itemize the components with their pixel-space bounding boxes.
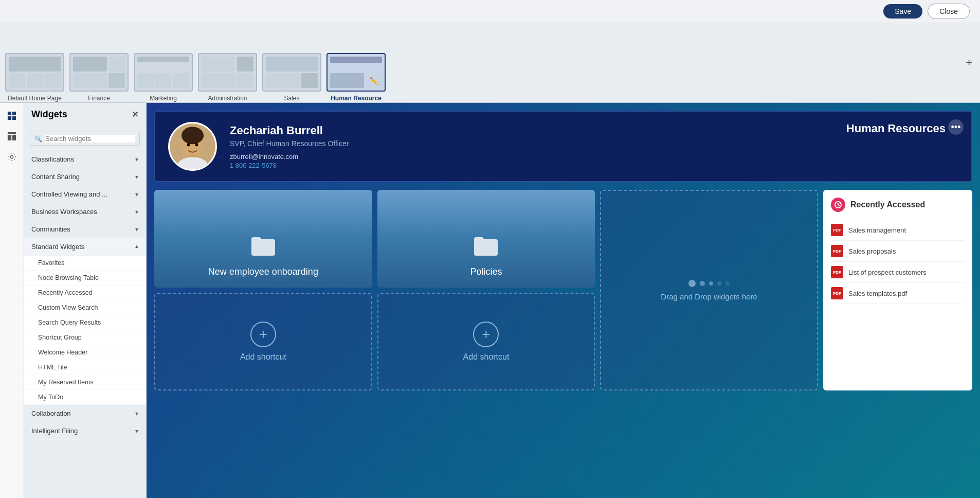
search-input[interactable] bbox=[45, 135, 135, 143]
tab-thumbnail-sales bbox=[262, 53, 321, 92]
spinner-dots bbox=[688, 280, 730, 287]
category-standard-widgets-label: Standard Widgets bbox=[31, 243, 84, 251]
profile-name: Zechariah Burrell bbox=[230, 124, 349, 137]
sub-item-favorites[interactable]: Favorites bbox=[24, 256, 146, 271]
sidebar-header: Widgets ✕ bbox=[24, 103, 146, 127]
recent-item-3[interactable]: PDF Sales templates.pdf bbox=[831, 283, 965, 304]
shortcut-new-employee-onboarding[interactable]: New employee onboarding bbox=[154, 190, 372, 288]
category-collaboration[interactable]: Collaboration ▾ bbox=[24, 405, 146, 422]
search-box[interactable]: 🔍 bbox=[30, 132, 140, 146]
pdf-icon-3: PDF bbox=[831, 287, 843, 299]
tab-sales[interactable]: Sales bbox=[262, 53, 321, 102]
tab-thumbnail-default bbox=[5, 53, 64, 92]
recent-item-0[interactable]: PDF Sales management bbox=[831, 220, 965, 241]
svg-rect-2 bbox=[7, 116, 11, 120]
category-communities-label: Communities bbox=[31, 225, 70, 233]
tab-thumbnail-finance bbox=[69, 53, 129, 92]
add-shortcut-circle-1: + bbox=[250, 322, 276, 347]
recently-accessed-header: Recently Accessed bbox=[831, 198, 965, 212]
chevron-up-icon: ▾ bbox=[135, 243, 138, 251]
tab-thumbnail-administration bbox=[198, 53, 257, 92]
sub-item-search-query-results[interactable]: Search Query Results bbox=[24, 315, 146, 330]
sub-item-custom-view-search[interactable]: Custom View Search bbox=[24, 300, 146, 315]
sub-item-shortcut-group[interactable]: Shortcut Group bbox=[24, 330, 146, 345]
add-tab-button[interactable]: + bbox=[966, 56, 972, 69]
category-intelligent-filing[interactable]: Intelligent Filing ▾ bbox=[24, 422, 146, 440]
chevron-down-icon: ▾ bbox=[135, 173, 138, 181]
widgets-grid: New employee onboarding Policies bbox=[154, 190, 972, 390]
category-classifications-label: Classifications bbox=[31, 155, 74, 163]
tab-finance[interactable]: Finance bbox=[69, 53, 129, 102]
chevron-down-icon: ▾ bbox=[135, 156, 138, 163]
add-shortcut-circle-2: + bbox=[473, 322, 499, 347]
svg-rect-5 bbox=[7, 135, 11, 140]
dot-3 bbox=[709, 281, 713, 286]
tab-label-administration: Administration bbox=[208, 95, 247, 102]
profile-widget: Zechariah Burrell SVP, Chief Human Resou… bbox=[154, 111, 972, 182]
tab-label-finance: Finance bbox=[88, 95, 110, 102]
category-standard-widgets[interactable]: Standard Widgets ▾ bbox=[24, 238, 146, 256]
tab-label-human-resource: Human Resource bbox=[331, 95, 382, 102]
sub-item-html-tile[interactable]: HTML Tile bbox=[24, 360, 146, 375]
profile-email: zburrell@innovate.com bbox=[230, 153, 349, 161]
sub-item-welcome-header[interactable]: Welcome Header bbox=[24, 345, 146, 360]
layout-icon[interactable] bbox=[4, 129, 20, 144]
sidebar-close-button[interactable]: ✕ bbox=[132, 110, 138, 119]
profile-avatar bbox=[168, 122, 217, 171]
add-shortcut-widget-1[interactable]: + Add shortcut bbox=[154, 293, 372, 390]
category-classifications[interactable]: Classifications ▾ bbox=[24, 151, 146, 168]
sidebar-wrapper: Widgets ✕ 🔍 Classifications ▾ Content Sh… bbox=[0, 103, 147, 498]
recent-item-2[interactable]: PDF List of prospect customers bbox=[831, 262, 965, 283]
profile-section-title: Human Resources bbox=[846, 122, 946, 135]
sidebar-panel: Widgets ✕ 🔍 Classifications ▾ Content Sh… bbox=[24, 103, 146, 498]
chevron-down-icon: ▾ bbox=[135, 428, 138, 435]
tab-label-sales: Sales bbox=[284, 95, 299, 102]
shortcut-label-new-employee: New employee onboarding bbox=[208, 266, 318, 277]
close-button[interactable]: Close bbox=[928, 4, 970, 19]
category-content-sharing-label: Content Sharing bbox=[31, 173, 80, 181]
svg-rect-1 bbox=[12, 112, 15, 115]
chevron-down-icon: ▾ bbox=[135, 191, 138, 198]
shortcut-policies[interactable]: Policies bbox=[377, 190, 595, 288]
recent-item-1[interactable]: PDF Sales proposals bbox=[831, 241, 965, 262]
tab-default-home-page[interactable]: Default Home Page bbox=[5, 53, 64, 102]
dot-4 bbox=[717, 281, 721, 286]
pdf-icon-0: PDF bbox=[831, 224, 843, 236]
sub-item-recently-accessed[interactable]: Recently Accessed bbox=[24, 286, 146, 300]
save-button[interactable]: Save bbox=[883, 4, 922, 19]
content-area: Zechariah Burrell SVP, Chief Human Resou… bbox=[147, 103, 980, 498]
settings-icon[interactable] bbox=[4, 149, 20, 165]
drop-zone-label: Drag and Drop widgets here bbox=[661, 292, 757, 301]
drop-zone[interactable]: Drag and Drop widgets here bbox=[600, 190, 818, 390]
tab-thumbnail-human-resource: ✏️ bbox=[326, 53, 386, 92]
tab-label-default-home-page: Default Home Page bbox=[8, 95, 62, 102]
pdf-icon-2: PDF bbox=[831, 266, 843, 278]
dot-2 bbox=[700, 281, 705, 286]
sub-item-my-todo[interactable]: My ToDo bbox=[24, 390, 146, 405]
tab-marketing[interactable]: Marketing bbox=[134, 53, 193, 102]
tab-thumbnail-marketing bbox=[134, 53, 193, 92]
category-controlled-viewing[interactable]: Controlled Viewing and ... ▾ bbox=[24, 186, 146, 203]
dot-1 bbox=[688, 280, 696, 287]
tab-human-resource[interactable]: ✏️ Human Resource bbox=[326, 53, 386, 102]
sidebar-title: Widgets bbox=[31, 109, 67, 120]
category-content-sharing[interactable]: Content Sharing ▾ bbox=[24, 168, 146, 186]
category-communities[interactable]: Communities ▾ bbox=[24, 221, 146, 238]
svg-rect-3 bbox=[12, 116, 15, 120]
profile-menu-button[interactable]: ••• bbox=[948, 119, 964, 135]
sub-item-node-browsing-table[interactable]: Node Browsing Table bbox=[24, 271, 146, 286]
widgets-icon[interactable] bbox=[4, 108, 20, 123]
tab-administration[interactable]: Administration bbox=[198, 53, 257, 102]
sub-item-my-reserved-items[interactable]: My Reserved Items bbox=[24, 375, 146, 390]
svg-point-10 bbox=[182, 127, 204, 145]
profile-info: Zechariah Burrell SVP, Chief Human Resou… bbox=[230, 124, 349, 169]
standard-widgets-subitems: Favorites Node Browsing Table Recently A… bbox=[24, 256, 146, 405]
svg-rect-0 bbox=[7, 112, 11, 115]
category-business-workspaces[interactable]: Business Workspaces ▾ bbox=[24, 203, 146, 221]
add-shortcut-widget-2[interactable]: + Add shortcut bbox=[377, 293, 595, 390]
recent-item-name-1: Sales proposals bbox=[848, 247, 896, 255]
recent-item-name-3: Sales templates.pdf bbox=[848, 290, 907, 297]
main-area: Widgets ✕ 🔍 Classifications ▾ Content Sh… bbox=[0, 103, 980, 498]
top-bar: Save Close bbox=[0, 0, 980, 23]
shortcut-label-policies: Policies bbox=[470, 266, 502, 277]
